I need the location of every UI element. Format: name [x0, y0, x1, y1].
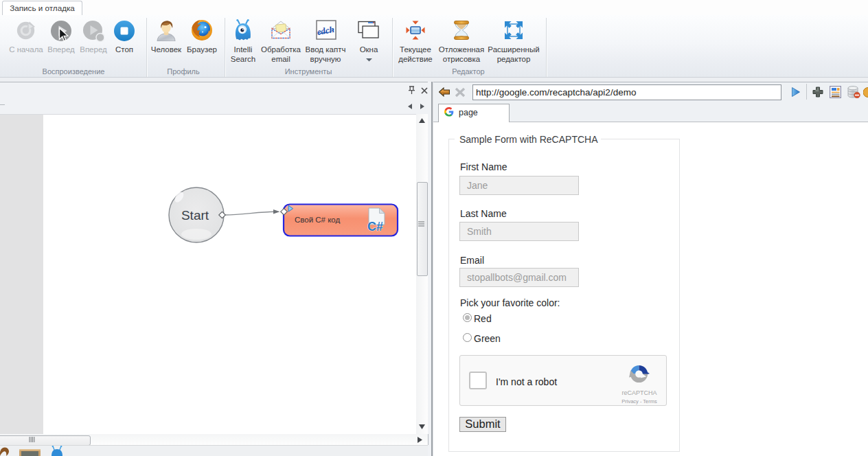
svg-text:C#: C#: [367, 220, 383, 233]
svg-text:Свой C# код: Свой C# код: [295, 216, 340, 224]
svg-text:Start: Start: [181, 208, 209, 223]
